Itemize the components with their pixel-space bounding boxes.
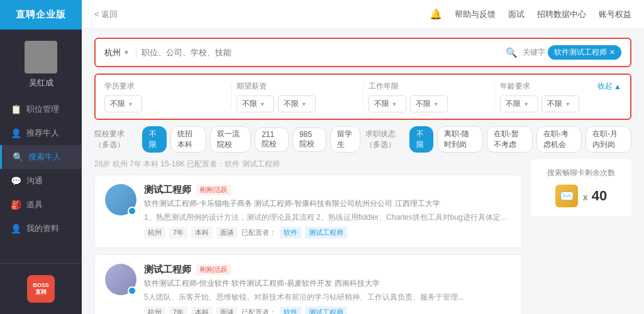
candidate-info-2: 测试工程师 刚刚活跃 软件测试工程师-恒业软件 软件测试工程师-易麦软件开发 西… (144, 264, 511, 314)
sidebar-item-tools-label: 道具 (26, 199, 43, 210)
jobs-icon: 📋 (10, 104, 21, 114)
tag-exp-2: 7年 (169, 306, 187, 314)
right-sidebar: 搜索畅聊卡剩余次数 ✉️ x 40 (531, 159, 631, 314)
edu-select-1[interactable]: 不限 ▼ (104, 95, 142, 112)
search-input[interactable] (142, 48, 501, 57)
filter-group-experience: 工作年限 不限 ▼ 不限 ▼ (369, 81, 490, 112)
match-label-1: 已配置者： (242, 228, 276, 237)
keyword-close-icon[interactable]: ✕ (609, 48, 615, 57)
age-select-2-val: 不限 (547, 99, 562, 109)
edu-arrow-1: ▼ (128, 101, 133, 107)
collapse-label: 收起 (597, 81, 613, 92)
sidebar-item-chat-label: 沟通 (26, 175, 43, 187)
age-select-1[interactable]: 不限 ▼ (500, 95, 538, 112)
status-tag-unlimited[interactable]: 不限 (409, 126, 433, 153)
salary-select-1[interactable]: 不限 ▼ (236, 95, 274, 112)
candidate-name-1: 测试工程师 (144, 184, 191, 196)
account-label: 账号权益 (599, 9, 631, 20)
status-tag-employed2[interactable]: 在职-考虑机会 (536, 126, 582, 153)
match-label-2: 已配置者： (242, 308, 276, 314)
status-tag-label: 求职状态（多选） (365, 129, 406, 150)
sidebar-item-jobs[interactable]: 📋 职位管理 (0, 97, 82, 121)
collapse-button[interactable]: 收起 ▲ (597, 81, 621, 92)
filter-divider-3 (494, 84, 495, 109)
tools-icon: 🎒 (10, 200, 21, 210)
avatar-2 (105, 264, 136, 295)
school-tag-benkeben[interactable]: 统招本科 (170, 126, 206, 153)
candidate-card-2[interactable]: 测试工程师 刚刚活跃 软件测试工程师-恒业软件 软件测试工程师-易麦软件开发 西… (94, 254, 522, 314)
search-card-body: ✉️ x 40 (540, 185, 623, 207)
results-area: 28岁 杭州 7年 本科 15-18K 已配置者：软件 测试工程师 测试工程师 … (94, 159, 631, 314)
boss-label: BOSS直聘 (33, 282, 49, 296)
sidebar-item-search[interactable]: 🔍 搜索牛人 (0, 145, 82, 169)
keyword-label: 关键字 (523, 47, 545, 58)
profile-icon: 👤 (10, 224, 21, 234)
boss-badge: BOSS直聘 (27, 275, 55, 303)
filter-label-3: 工作年限 (369, 81, 490, 92)
filter-group-salary: 期望薪资 不限 ▼ 不限 ▼ (236, 81, 358, 112)
match-tag-2b: 测试工程师 (305, 306, 347, 314)
salary-select-2[interactable]: 不限 ▼ (278, 95, 316, 112)
sidebar-item-profile[interactable]: 👤 我的资料 (0, 217, 82, 241)
filter-selects-1: 不限 ▼ (104, 95, 226, 112)
collapse-icon: ▲ (614, 82, 621, 91)
location-chevron: ▼ (123, 49, 130, 56)
brand-label: 直聘企业版 (16, 9, 66, 19)
candidate-header-2: 测试工程师 刚刚活跃 软件测试工程师-恒业软件 软件测试工程师-易麦软件开发 西… (105, 264, 511, 314)
sidebar-nav: 📋 职位管理 👤 推荐牛人 🔍 搜索牛人 💬 沟通 🎒 道具 👤 我的资料 (0, 97, 82, 263)
avatar (25, 41, 57, 73)
search-card-title: 搜索畅聊卡剩余次数 (540, 168, 623, 178)
filter-label-2: 期望薪资 (236, 81, 358, 92)
status-tag-resign[interactable]: 离职-随时到岗 (437, 126, 483, 153)
exp-select-2[interactable]: 不限 ▼ (410, 95, 448, 112)
age-select-2[interactable]: 不限 ▼ (541, 95, 579, 112)
school-tag-211[interactable]: 双一流院校 (210, 126, 251, 153)
filter-section: 收起 ▲ 学历要求 不限 ▼ 期望薪资 (94, 73, 631, 120)
exp-select-2-val: 不限 (416, 99, 431, 109)
filter-selects-2: 不限 ▼ 不限 ▼ (236, 95, 358, 112)
tag-interview-1: 面谈 (216, 227, 238, 239)
keyword-tag-value[interactable]: 软件测试工程师 ✕ (548, 45, 621, 60)
keyword-text: 软件测试工程师 (554, 47, 607, 58)
candidate-tags-1: 杭州 7年 本科 面谈 已配置者： 软件 测试工程师 (144, 227, 511, 239)
tag-section: 院校要求（多选） 不限 统招本科 双一流院校 211院校 985院校 留学生 求… (94, 126, 631, 153)
status-tag-employed3[interactable]: 在职-月内到岗 (586, 126, 631, 153)
online-badge-1 (128, 207, 136, 215)
candidate-status-1: 刚刚活跃 (196, 185, 231, 195)
bell-icon[interactable]: 🔔 (430, 8, 442, 20)
help-label: 帮助与反馈 (455, 9, 496, 20)
sidebar-item-recommend[interactable]: 👤 推荐牛人 (0, 121, 82, 145)
school-tag-group: 院校要求（多选） 不限 统招本科 双一流院校 211院校 985院校 留学生 (94, 126, 360, 153)
school-tag-211b[interactable]: 211院校 (255, 127, 289, 152)
sidebar-item-recommend-label: 推荐牛人 (26, 127, 59, 139)
sidebar-item-jobs-label: 职位管理 (26, 104, 59, 115)
location-select[interactable]: 杭州 ▼ (104, 47, 136, 58)
back-button[interactable]: < 返回 (94, 9, 118, 20)
school-tag-overseas[interactable]: 留学生 (330, 126, 360, 153)
search-count: x 40 (583, 188, 607, 204)
sidebar-item-tools[interactable]: 🎒 道具 (0, 193, 82, 217)
candidate-desc-1: 1、熟悉测试用例的设计方法，测试的理论及其流程 2、熟练运用fiddler、Ch… (144, 212, 511, 223)
sidebar: 直聘企业版 吴红成 📋 职位管理 👤 推荐牛人 🔍 搜索牛人 💬 沟通 🎒 道具… (0, 0, 82, 314)
sidebar-item-chat[interactable]: 💬 沟通 (0, 169, 82, 193)
interview-action[interactable]: 面试 (508, 9, 525, 20)
exp-select-1[interactable]: 不限 ▼ (369, 95, 406, 112)
candidate-card-1[interactable]: 测试工程师 刚刚活跃 软件测试工程师-卡乐猫电子商务 测试工程师-智康科技有限公… (94, 175, 522, 248)
edu-select-1-value: 不限 (110, 99, 125, 109)
school-tag-985[interactable]: 985院校 (292, 127, 326, 152)
search-icon[interactable]: 🔍 (506, 47, 518, 58)
data-center-action[interactable]: 招聘数据中心 (537, 9, 586, 20)
filter-group-education: 学历要求 不限 ▼ (104, 81, 226, 112)
status-tag-employed1[interactable]: 在职-暂不考虑 (487, 126, 533, 153)
status-tag-group: 求职状态（多选） 不限 离职-随时到岗 在职-暂不考虑 在职-考虑机会 在职-月… (365, 126, 631, 153)
sidebar-bottom: BOSS直聘 (0, 263, 82, 314)
candidate-status-2: 刚刚活跃 (196, 264, 231, 275)
school-tag-unlimited[interactable]: 不限 (142, 126, 167, 153)
account-action[interactable]: 账号权益 (599, 9, 631, 20)
recommend-icon: 👤 (10, 128, 21, 138)
match-tag-2a: 软件 (280, 306, 301, 314)
help-action[interactable]: 帮助与反馈 (455, 9, 496, 20)
tag-edu-2: 本科 (191, 306, 213, 314)
keyword-tag-group: 关键字 软件测试工程师 ✕ (523, 45, 621, 60)
candidate-header-1: 测试工程师 刚刚活跃 软件测试工程师-卡乐猫电子商务 测试工程师-智康科技有限公… (105, 184, 511, 239)
